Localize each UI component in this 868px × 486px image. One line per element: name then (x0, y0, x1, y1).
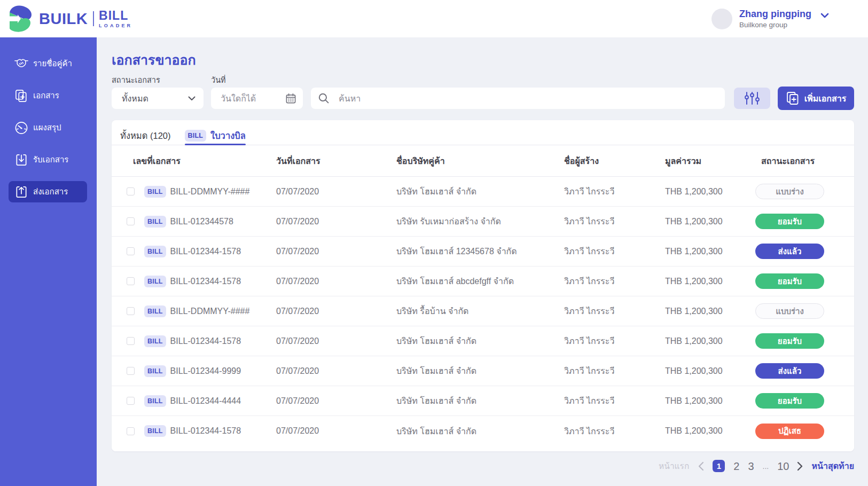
pagination-page[interactable]: 3 (748, 461, 754, 472)
search-placeholder: ค้นหา (339, 92, 361, 105)
chevron-right-icon[interactable] (797, 461, 803, 471)
table-row: BILL BILL-012344578 07/07/2020 บริษัท รั… (112, 207, 854, 237)
pagination-last[interactable]: หน้าสุดท้าย (811, 459, 854, 473)
cell-doc-no[interactable]: BILL BILL-012344-1578 (140, 246, 276, 257)
main-content: เอกสารขาออก สถานะเอกสาร ทั้งหมด วันที่ ว… (97, 37, 868, 486)
tab-billing-note[interactable]: BILL ใบวางบิล (185, 120, 246, 145)
table-row: BILL BILL-012344-1578 07/07/2020 บริษัท … (112, 326, 854, 356)
date-filter-group: วันที่ วันใดก็ได้ (211, 76, 311, 109)
tab-billing-note-label: ใบวางบิล (210, 129, 246, 143)
doc-number: BILL-DDMMYY-#### (170, 187, 250, 197)
sidebar-item-label: ส่งเอกสาร (33, 185, 68, 198)
cell-doc-no[interactable]: BILL BILL-012344-4444 (140, 395, 276, 407)
bill-badge: BILL (144, 395, 166, 407)
calendar-icon[interactable] (286, 93, 296, 104)
pagination-page[interactable]: ... (763, 463, 769, 470)
tab-all[interactable]: ทั้งหมด (120) (120, 120, 171, 145)
status-badge: แบบร่าง (755, 184, 824, 199)
logo-divider (93, 11, 94, 26)
cell-doc-no[interactable]: BILL BILL-012344578 (140, 216, 276, 228)
cell-date: 07/07/2020 (276, 247, 396, 256)
avatar[interactable] (711, 9, 732, 29)
page-title: เอกสารขาออก (112, 52, 868, 68)
bill-badge: BILL (144, 305, 166, 317)
tabs: ทั้งหมด (120) BILL ใบวางบิล (112, 120, 854, 145)
date-filter-placeholder: วันใดก็ได้ (221, 92, 256, 105)
date-filter-label: วันที่ (211, 76, 311, 85)
pagination-page[interactable]: 1 (713, 460, 725, 472)
cell-date: 07/07/2020 (276, 426, 396, 436)
tab-all-label: ทั้งหมด (120) (120, 129, 171, 143)
cell-amount: THB 1,200,300 (665, 217, 752, 226)
cell-company: บริษัท โฮมเฮาส์ จำกัด (396, 394, 564, 407)
row-checkbox[interactable] (127, 337, 135, 345)
doc-number: BILL-012344-9999 (170, 366, 241, 376)
bill-type-badge: BILL (185, 130, 207, 142)
chevron-left-icon[interactable] (698, 461, 704, 471)
sidebar: รายชื่อคู่ค้า เอกสาร แผงสรุป รับเอกสาร ส… (0, 37, 97, 486)
cell-doc-no[interactable]: BILL BILL-012344-1578 (140, 335, 276, 347)
sidebar-item[interactable]: แผงสรุป (9, 117, 87, 138)
receive-document-icon (14, 153, 28, 167)
user-menu[interactable]: Zhang pingping Builkone group (711, 9, 829, 29)
status-filter-select[interactable]: ทั้งหมด (112, 88, 204, 109)
row-checkbox[interactable] (127, 187, 135, 195)
row-checkbox[interactable] (127, 277, 135, 285)
chevron-down-icon (188, 96, 196, 101)
sliders-icon (744, 91, 760, 105)
row-checkbox[interactable] (127, 307, 135, 315)
cell-amount: THB 1,200,300 (665, 187, 752, 197)
cell-amount: THB 1,200,300 (665, 307, 752, 316)
doc-number: BILL-012344-1578 (170, 426, 241, 436)
status-filter-label: สถานะเอกสาร (112, 76, 211, 85)
bill-badge: BILL (144, 335, 166, 347)
status-badge: ยอมรับ (755, 214, 824, 229)
cell-company: บริษัท โฮมเฮาส์ จำกัด (396, 364, 564, 378)
row-checkbox[interactable] (127, 397, 135, 405)
sidebar-item[interactable]: รายชื่อคู่ค้า (9, 53, 87, 74)
pagination-page[interactable]: 2 (733, 461, 739, 472)
bill-badge: BILL (144, 276, 166, 287)
add-document-icon (786, 91, 800, 105)
advanced-filter-button[interactable] (734, 88, 770, 109)
cell-company: บริษัท รื้อบ้าน จำกัด (396, 304, 564, 318)
builk-logo-icon (9, 5, 32, 32)
add-document-button[interactable]: เพิ่มเอกสาร (778, 87, 854, 110)
column-date: วันที่เอกสาร (276, 154, 396, 168)
sidebar-item[interactable]: เอกสาร (9, 85, 87, 106)
cell-doc-no[interactable]: BILL BILL-DDMMYY-#### (140, 186, 276, 198)
row-checkbox[interactable] (127, 427, 135, 435)
column-company: ชื่อบริษัทคู่ค้า (396, 154, 564, 168)
cell-doc-no[interactable]: BILL BILL-DDMMYY-#### (140, 305, 276, 317)
search-input[interactable]: ค้นหา (311, 88, 725, 109)
sidebar-item[interactable]: ส่งเอกสาร (9, 181, 87, 202)
row-checkbox[interactable] (127, 367, 135, 375)
cell-doc-no[interactable]: BILL BILL-012344-1578 (140, 425, 276, 437)
pagination-pages: 1 2 3 ... 10 (704, 460, 789, 472)
dashboard-icon (14, 121, 28, 135)
column-amount: มูลค่ารวม (665, 154, 752, 168)
cell-doc-no[interactable]: BILL BILL-012344-9999 (140, 365, 276, 377)
cell-amount: THB 1,200,300 (665, 366, 752, 376)
sidebar-item[interactable]: รับเอกสาร (9, 149, 87, 170)
cell-date: 07/07/2020 (276, 366, 396, 376)
row-checkbox[interactable] (127, 247, 135, 255)
cell-creator: วิภาวี ไกรระวี (564, 275, 665, 288)
cell-date: 07/07/2020 (276, 307, 396, 316)
cell-creator: วิภาวี ไกรระวี (564, 334, 665, 348)
table-row: BILL BILL-DDMMYY-#### 07/07/2020 บริษัท … (112, 177, 854, 207)
status-badge: ยอมรับ (755, 273, 824, 289)
pagination: หน้าแรก 1 2 3 ... 10 หน้าสุดท้าย (97, 459, 854, 473)
table-header-row: เลขที่เอกสาร วันที่เอกสาร ชื่อบริษัทคู่ค… (112, 145, 854, 177)
pagination-page[interactable]: 10 (777, 461, 789, 472)
cell-date: 07/07/2020 (276, 277, 396, 286)
pagination-first[interactable]: หน้าแรก (659, 459, 689, 473)
brand-name: BUILK (39, 10, 88, 28)
status-badge: ยอมรับ (755, 333, 824, 349)
cell-creator: วิภาวี ไกรระวี (564, 304, 665, 318)
cell-doc-no[interactable]: BILL BILL-012344-1578 (140, 276, 276, 287)
documents-card: ทั้งหมด (120) BILL ใบวางบิล เลขที่เอกสาร… (112, 120, 854, 451)
cell-date: 07/07/2020 (276, 336, 396, 346)
row-checkbox[interactable] (127, 217, 135, 225)
date-filter-input[interactable]: วันใดก็ได้ (211, 88, 303, 109)
